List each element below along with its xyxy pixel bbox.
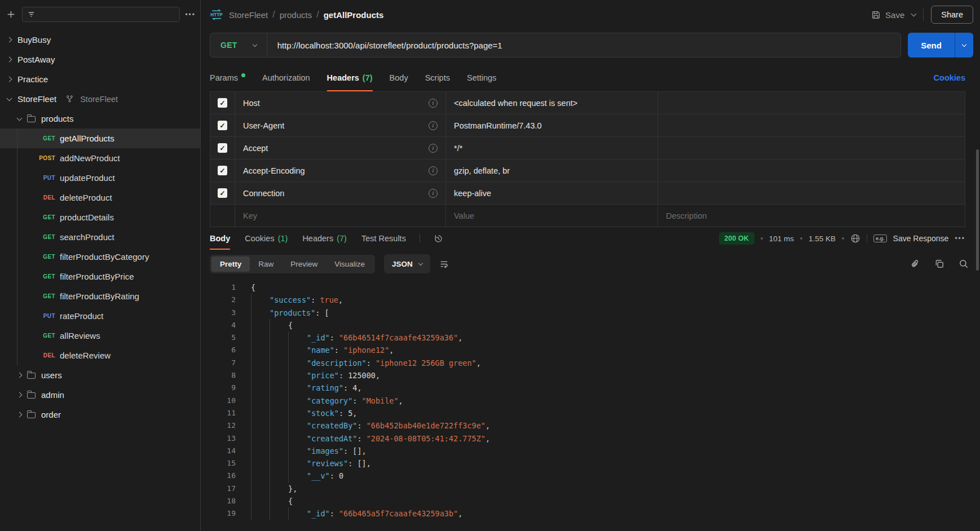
breadcrumb-item[interactable]: getAllProducts	[324, 10, 384, 20]
tab-params[interactable]: Params	[210, 64, 245, 91]
share-button[interactable]: Share	[931, 6, 973, 24]
response-tab-cookies[interactable]: Cookies(1)	[245, 227, 288, 250]
sidebar-item-filterProductByRating[interactable]: GETfilterProductByRating	[0, 286, 200, 306]
wrap-text-icon[interactable]	[439, 259, 449, 269]
tab-scripts[interactable]: Scripts	[425, 64, 450, 91]
send-button[interactable]: Send	[908, 33, 973, 57]
header-value-cell[interactable]: <calculated when request is sent>	[446, 92, 658, 114]
send-label[interactable]: Send	[908, 33, 955, 57]
response-time[interactable]: 101 ms	[769, 234, 794, 243]
tab-settings[interactable]: Settings	[467, 64, 496, 91]
sidebar-folder-products[interactable]: products	[0, 109, 200, 129]
link-icon[interactable]	[910, 259, 920, 269]
header-value-cell[interactable]: */*	[446, 137, 658, 159]
response-more-button[interactable]: •••	[955, 234, 965, 242]
sidebar-item-getAllProducts[interactable]: GETgetAllProducts	[0, 129, 200, 148]
header-key-cell[interactable]: Hosti	[235, 92, 446, 114]
language-selector[interactable]: JSON	[384, 254, 430, 273]
chevron-down-icon[interactable]	[7, 95, 12, 101]
chevron-right-icon[interactable]	[17, 392, 23, 398]
sidebar-collection-PostAway[interactable]: PostAway	[0, 50, 200, 69]
header-value-cell[interactable]: gzip, deflate, br	[446, 160, 658, 182]
chevron-right-icon[interactable]	[7, 57, 12, 63]
view-tab-pretty[interactable]: Pretty	[211, 256, 250, 272]
sidebar-folder-users[interactable]: users	[0, 365, 200, 385]
sidebar-folder-admin[interactable]: admin	[0, 385, 200, 405]
header-value-cell[interactable]: keep-alive	[446, 182, 658, 204]
header-checkbox[interactable]: ✓	[218, 188, 227, 198]
response-size[interactable]: 1.55 KB	[809, 234, 836, 243]
sidebar-item-allReviews[interactable]: GETallReviews	[0, 326, 200, 346]
breadcrumb-item[interactable]: StoreFleet	[229, 10, 268, 20]
sidebar-collection-StoreFleet[interactable]: StoreFleetStoreFleet	[0, 89, 200, 109]
new-button[interactable]	[5, 8, 17, 21]
cookies-link[interactable]: Cookies	[934, 73, 965, 82]
chevron-down-icon[interactable]	[17, 115, 23, 121]
view-tab-preview[interactable]: Preview	[282, 256, 326, 272]
indent-guide	[251, 445, 270, 457]
network-globe-icon[interactable]	[850, 233, 860, 244]
save-options-chevron-icon[interactable]	[911, 11, 917, 17]
sidebar-collection-Practice[interactable]: Practice	[0, 69, 200, 89]
indent-guide	[270, 344, 288, 356]
tab-body[interactable]: Body	[390, 64, 408, 91]
token: "name"	[307, 344, 334, 356]
header-checkbox[interactable]: ✓	[218, 98, 227, 108]
save-response-button[interactable]: Save Response	[893, 234, 949, 243]
view-tab-visualize[interactable]: Visualize	[326, 256, 373, 272]
header-key-cell[interactable]: User-Agenti	[235, 114, 446, 136]
sidebar-more-button[interactable]: •••	[185, 11, 196, 19]
copy-icon[interactable]	[934, 259, 944, 269]
header-key-cell[interactable]: Connectioni	[235, 182, 446, 204]
history-icon[interactable]	[434, 234, 443, 244]
header-description-cell[interactable]	[658, 137, 965, 159]
chevron-right-icon[interactable]	[17, 373, 23, 378]
method-selector[interactable]: GET	[210, 33, 267, 57]
response-tab-test-results[interactable]: Test Results	[361, 227, 406, 250]
token: :	[357, 432, 366, 445]
header-key-cell[interactable]: Accepti	[235, 137, 446, 159]
header-description-cell[interactable]	[658, 114, 965, 136]
chevron-right-icon[interactable]	[7, 77, 12, 82]
sidebar-item-rateProduct[interactable]: PUTrateProduct	[0, 306, 200, 326]
header-description-cell[interactable]	[658, 92, 965, 114]
search-icon[interactable]	[959, 259, 969, 269]
sidebar-item-filterProductByCategory[interactable]: GETfilterProductByCategory	[0, 247, 200, 267]
header-checkbox[interactable]: ✓	[218, 143, 227, 153]
header-description-cell[interactable]	[658, 182, 965, 204]
url-input[interactable]: http://localhost:3000/api/storefleet/pro…	[267, 41, 502, 50]
scrollbar[interactable]	[976, 149, 979, 271]
sidebar-item-searchProduct[interactable]: GETsearchProduct	[0, 227, 200, 247]
line-content: "success": true,	[236, 294, 343, 306]
response-tab-headers[interactable]: Headers(7)	[302, 227, 347, 250]
sidebar-item-productDetails[interactable]: GETproductDetails	[0, 207, 200, 227]
sidebar-item-filterProductByPrice[interactable]: GETfilterProductByPrice	[0, 267, 200, 286]
sidebar-item-deleteProduct[interactable]: DELdeleteProduct	[0, 188, 200, 207]
chevron-right-icon[interactable]	[17, 412, 23, 418]
header-description-cell[interactable]	[658, 160, 965, 182]
breadcrumb-item[interactable]: products	[280, 10, 312, 20]
sidebar-folder-order[interactable]: order	[0, 405, 200, 424]
header-value-cell[interactable]: PostmanRuntime/7.43.0	[446, 114, 658, 136]
sidebar-collection-BuyBusy[interactable]: BuyBusy	[0, 30, 200, 50]
sidebar-item-addNewProduct[interactable]: POSTaddNewProduct	[0, 148, 200, 168]
description-placeholder[interactable]: Description	[658, 205, 965, 227]
tab-headers[interactable]: Headers(7)	[327, 64, 373, 91]
save-button[interactable]: Save	[871, 10, 904, 20]
key-placeholder[interactable]: Key	[235, 205, 446, 227]
sidebar-item-updateProduct[interactable]: PUTupdateProduct	[0, 168, 200, 188]
header-checkbox[interactable]: ✓	[218, 166, 227, 175]
value-placeholder[interactable]: Value	[446, 205, 658, 227]
view-tab-raw[interactable]: Raw	[250, 256, 282, 272]
header-key-cell[interactable]: Accept-Encodingi	[235, 160, 446, 182]
token: ,	[352, 407, 357, 419]
sidebar-item-deleteReview[interactable]: DELdeleteReview	[0, 346, 200, 365]
indent-guide	[270, 445, 288, 457]
sidebar-filter-input[interactable]	[22, 7, 180, 22]
response-tab-body[interactable]: Body	[210, 227, 230, 250]
tab-authorization[interactable]: Authorization	[262, 64, 310, 91]
status-badge[interactable]: 200 OK	[719, 232, 754, 245]
header-checkbox[interactable]: ✓	[218, 121, 227, 130]
send-options-button[interactable]	[955, 33, 973, 57]
chevron-right-icon[interactable]	[7, 37, 12, 43]
